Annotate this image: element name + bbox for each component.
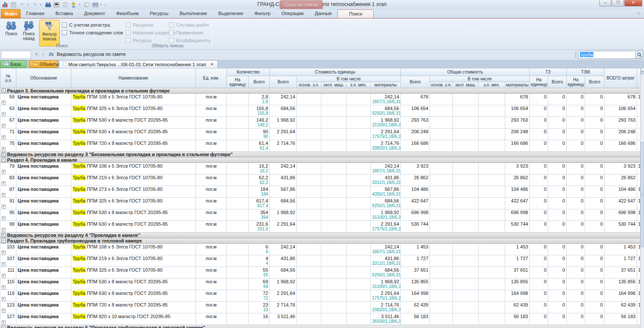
resource-row[interactable]: 111+Цена поставщикаТруба ППМ 325 x 6 Эл/…: [0, 267, 641, 279]
row-expand-icon[interactable]: +: [2, 170, 6, 174]
unit-cost-total-cell[interactable]: 2 291,64: [270, 221, 297, 233]
total-machines-cell[interactable]: [453, 313, 479, 325]
grand-total-cell[interactable]: 696 998: [604, 209, 637, 221]
checkbox-option[interactable]: Точное совпадение слов: [62, 29, 123, 37]
resource-row[interactable]: 71+Цена поставщикаТруба ППМ 630 x 8 маги…: [0, 129, 641, 140]
grand-total-cell[interactable]: 422 647: [604, 198, 637, 209]
unit-mech-wage-cell[interactable]: [347, 186, 371, 198]
section-row[interactable]: +Ведомость ресурсов по разделу 3 "Бескан…: [0, 152, 641, 157]
unit-cost-total-cell[interactable]: 684,56: [270, 105, 297, 117]
unit-mech-wage-cell[interactable]: [347, 198, 371, 209]
tab-base[interactable]: База: [0, 60, 27, 68]
ribbon-tab-9[interactable]: Данные: [309, 9, 338, 18]
ribbon-tab-4[interactable]: Ресурсы: [144, 9, 174, 18]
resource-row[interactable]: 115+Цена поставщикаТруба ППМ 530 x 8 маг…: [0, 279, 641, 290]
header-qty-per-unit[interactable]: На единицу: [227, 76, 249, 88]
total-machines-cell[interactable]: [453, 244, 479, 255]
resource-row[interactable]: 127+Цена поставщикаТруба ППМ 820 x 10 ма…: [0, 313, 641, 325]
total-base-wage-cell[interactable]: [430, 117, 453, 129]
row-expand-icon[interactable]: +: [2, 285, 6, 289]
tzm-total-cell[interactable]: 0: [585, 267, 604, 279]
unit-machines-cell[interactable]: [321, 198, 347, 209]
resource-row[interactable]: 59+Цена поставщикаТруба ППМ 108 x 5 Эл/с…: [0, 94, 641, 105]
tzm-total-cell[interactable]: 0: [585, 290, 604, 302]
total-materials-cell[interactable]: 135 855: [505, 279, 530, 290]
total-base-wage-cell[interactable]: [430, 313, 453, 325]
resource-row[interactable]: 99+Цена поставщикаТруба ППМ 630 x 8 маги…: [0, 221, 641, 233]
tzm-total-cell[interactable]: 0: [585, 279, 604, 290]
unit-cell[interactable]: пог.м: [196, 279, 227, 290]
total-machines-cell[interactable]: [453, 94, 479, 105]
copy-icon[interactable]: [83, 1, 90, 8]
total-materials-cell[interactable]: 206 248: [505, 129, 530, 140]
unit-machines-cell[interactable]: [321, 105, 347, 117]
total-machines-cell[interactable]: [453, 105, 479, 117]
unit-materials-cell[interactable]: 2 291,6417575/1,18/6,31/1,03: [371, 290, 401, 302]
row-number-cell[interactable]: 99+: [0, 221, 16, 233]
qty-per-unit-cell[interactable]: [227, 244, 249, 255]
row-number-cell[interactable]: 95+: [0, 209, 16, 221]
tzm-per-unit-cell[interactable]: 0: [567, 279, 585, 290]
qty-total-cell[interactable]: 184184: [249, 186, 270, 198]
tz-total-cell[interactable]: 0: [548, 175, 567, 186]
total-materials-cell[interactable]: 26 862: [505, 175, 530, 186]
unit-materials-cell[interactable]: 3 511,4626930/1,18/6,31/1,03: [371, 313, 401, 325]
tz-per-unit-cell[interactable]: 0: [530, 221, 548, 233]
total-mech-wage-cell[interactable]: [479, 290, 505, 302]
tz-per-unit-cell[interactable]: 0: [530, 175, 548, 186]
total-materials-cell[interactable]: 1 453: [505, 244, 530, 255]
qat-customize-icon[interactable]: ▿: [104, 3, 107, 7]
total-base-wage-cell[interactable]: [430, 267, 453, 279]
tzm-total-cell[interactable]: 0: [585, 140, 604, 152]
total-cost-cell[interactable]: 293 763: [401, 117, 430, 129]
header-mech-wage[interactable]: з.п. мех.: [479, 82, 505, 88]
total-materials-cell[interactable]: 696 998: [505, 209, 530, 221]
total-mech-wage-cell[interactable]: [479, 244, 505, 255]
unit-mech-wage-cell[interactable]: [347, 244, 371, 255]
total-machines-cell[interactable]: [453, 117, 479, 129]
row-expand-icon[interactable]: +: [2, 112, 6, 116]
total-machines-cell[interactable]: [453, 198, 479, 209]
total-cost-cell[interactable]: 62 439: [401, 302, 430, 313]
header-tzm[interactable]: ТЗМ: [567, 68, 604, 76]
qty-per-unit-cell[interactable]: [227, 163, 249, 175]
total-materials-cell[interactable]: 62 439: [505, 302, 530, 313]
grand-total-cell[interactable]: 26 862: [604, 175, 637, 186]
ribbon-tab-10[interactable]: Поиск: [337, 9, 373, 18]
header-tz-per-unit[interactable]: На единицу: [530, 76, 548, 88]
section-cell[interactable]: −Раздел 4. Прокладка в канале: [0, 157, 641, 163]
tz-total-cell[interactable]: 0: [548, 163, 567, 175]
ribbon-tab-5[interactable]: Выполнение: [174, 9, 213, 18]
unit-mech-wage-cell[interactable]: [347, 105, 371, 117]
grand-total-cell[interactable]: 104 486: [604, 186, 637, 198]
unit-cost-total-cell[interactable]: 1 968,92: [270, 117, 297, 129]
unit-materials-cell[interactable]: 684,565250/1,18/6,31/1,03: [371, 198, 401, 209]
total-base-wage-cell[interactable]: [430, 198, 453, 209]
header-tz[interactable]: ТЗ: [530, 68, 567, 76]
total-mech-wage-cell[interactable]: [479, 140, 505, 152]
unit-machines-cell[interactable]: [321, 290, 347, 302]
justification-cell[interactable]: Цена поставщика: [16, 279, 71, 290]
total-mech-wage-cell[interactable]: [479, 175, 505, 186]
qty-total-cell[interactable]: 2323: [249, 302, 270, 313]
header-grand-total[interactable]: ВСЕГО затрат: [604, 68, 637, 88]
justification-cell[interactable]: Цена поставщика: [16, 94, 71, 105]
tz-per-unit-cell[interactable]: 0: [530, 244, 548, 255]
grand-total-cell[interactable]: 37 651: [604, 267, 637, 279]
tzm-per-unit-cell[interactable]: 0: [567, 129, 585, 140]
ribbon-collapse-icon[interactable]: ◇: [638, 12, 641, 15]
row-expand-icon[interactable]: +: [2, 147, 6, 151]
row-number-cell[interactable]: 75+: [0, 140, 16, 152]
qty-total-cell[interactable]: 2,82,8: [249, 94, 270, 105]
total-base-wage-cell[interactable]: [430, 279, 453, 290]
unit-machines-cell[interactable]: [321, 117, 347, 129]
qty-per-unit-cell[interactable]: [227, 198, 249, 209]
qty-per-unit-cell[interactable]: [227, 129, 249, 140]
unit-machines-cell[interactable]: [321, 163, 347, 175]
row-expand-icon[interactable]: +: [2, 297, 6, 301]
section-cell[interactable]: −Раздел 5. Прокладка трубопроводоав в те…: [0, 238, 641, 244]
qty-total-cell[interactable]: 617,4617,4: [249, 198, 270, 209]
row-number-cell[interactable]: 119+: [0, 290, 16, 302]
resource-name-cell[interactable]: Труба ППМ 530 x 8 магистр ГОСТ 20295-85: [71, 117, 196, 129]
total-machines-cell[interactable]: [453, 140, 479, 152]
